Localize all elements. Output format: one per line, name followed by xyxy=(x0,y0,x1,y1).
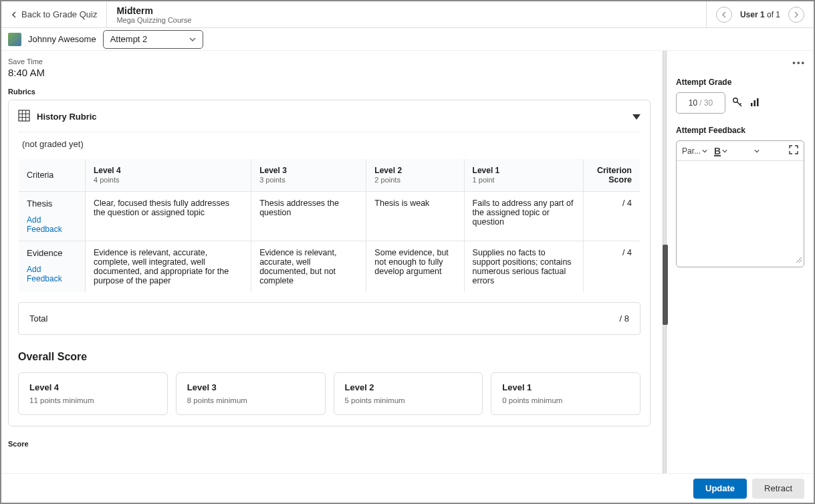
page-title-block: Midterm Mega Quizzing Course xyxy=(107,1,705,27)
criterion-name: Thesis xyxy=(27,199,77,209)
next-user-button[interactable] xyxy=(788,7,804,23)
student-avatar xyxy=(8,33,21,46)
rubric-title: History Rubric xyxy=(37,112,97,122)
resize-handle-icon[interactable] xyxy=(794,255,802,265)
chevron-left-icon xyxy=(721,11,727,18)
attempt-grade-label: Attempt Grade xyxy=(676,78,804,87)
svg-line-7 xyxy=(740,103,741,104)
main-content: Save Time 8:40 AM Rubrics History Rubric… xyxy=(1,51,663,473)
chevron-right-icon xyxy=(793,11,800,18)
header-level-3: Level 33 points xyxy=(251,159,366,192)
chevron-down-icon xyxy=(722,148,727,154)
score-section-label: Score xyxy=(8,440,651,448)
header-level-2: Level 22 points xyxy=(366,159,464,192)
user-nav: User 1 of 1 xyxy=(706,1,814,27)
overall-level-card[interactable]: Level 1 0 points minimum xyxy=(491,372,641,415)
editor-toolbar: Par... B xyxy=(677,141,804,161)
save-time-value: 8:40 AM xyxy=(8,67,651,78)
bold-button[interactable]: B xyxy=(714,146,727,156)
back-label: Back to Grade Quiz xyxy=(21,9,97,19)
side-panel: ••• Attempt Grade 10 / 30 Attempt Feedba… xyxy=(667,51,814,473)
rubric-icon xyxy=(18,110,30,124)
more-actions-button[interactable]: ••• xyxy=(792,57,806,68)
svg-rect-9 xyxy=(754,100,756,106)
course-title: Mega Quizzing Course xyxy=(116,16,696,24)
user-position-label: User 1 of 1 xyxy=(737,10,783,19)
align-left-icon xyxy=(734,144,753,158)
attempt-select[interactable]: Attempt 2 xyxy=(103,30,203,49)
rubrics-label: Rubrics xyxy=(8,88,651,96)
rubric-cell[interactable]: Thesis is weak xyxy=(366,192,464,241)
total-label: Total xyxy=(29,313,47,324)
editor-textarea[interactable] xyxy=(677,161,804,267)
header-criteria: Criteria xyxy=(19,159,86,192)
rubric-cell[interactable]: Supplies no facts to support positions; … xyxy=(464,241,583,293)
student-name: Johnny Awesome xyxy=(28,34,96,44)
quiz-title: Midterm xyxy=(116,5,696,16)
criterion-name: Evidence xyxy=(27,248,77,258)
rubric-cell[interactable]: Some evidence, but not enough to fully d… xyxy=(366,241,464,293)
overall-level-card[interactable]: Level 2 5 points minimum xyxy=(334,372,483,415)
header-level-1: Level 11 point xyxy=(464,159,583,192)
caret-down-icon xyxy=(632,114,641,120)
overall-level-card[interactable]: Level 3 8 points minimum xyxy=(176,372,326,415)
criterion-score: / 4 xyxy=(584,241,641,293)
svg-rect-8 xyxy=(751,103,753,106)
align-button[interactable] xyxy=(734,144,760,158)
back-to-grade-quiz-link[interactable]: Back to Grade Quiz xyxy=(1,1,107,27)
attempt-feedback-label: Attempt Feedback xyxy=(676,126,804,135)
criterion-score: / 4 xyxy=(584,192,641,241)
key-icon[interactable] xyxy=(732,97,743,110)
grade-outof: / 30 xyxy=(699,98,713,108)
rubric-total: Total / 8 xyxy=(18,302,641,335)
paragraph-style-select[interactable]: Par... xyxy=(682,146,707,156)
grade-value: 10 xyxy=(689,98,697,108)
rubric-table: Criteria Level 44 points Level 33 points… xyxy=(18,158,641,293)
svg-line-15 xyxy=(799,260,802,263)
add-feedback-link[interactable]: Add Feedback xyxy=(27,265,77,283)
not-graded-label: (not graded yet) xyxy=(22,139,641,149)
rubric-cell[interactable]: Evidence is relevant, accurate, well doc… xyxy=(251,241,366,293)
table-row: Thesis Add Feedback Clear, focused thesi… xyxy=(19,192,641,241)
attempt-grade-input[interactable]: 10 / 30 xyxy=(676,92,725,114)
svg-point-5 xyxy=(733,98,737,102)
update-button[interactable]: Update xyxy=(693,479,747,499)
rubric-card: History Rubric (not graded yet) Criteria… xyxy=(8,100,651,426)
attempt-select-label: Attempt 2 xyxy=(110,34,148,44)
svg-rect-0 xyxy=(19,110,29,121)
rubric-cell[interactable]: Fails to address any part of the assigne… xyxy=(464,192,583,241)
overall-level-card[interactable]: Level 4 11 points minimum xyxy=(18,372,168,415)
prev-user-button[interactable] xyxy=(716,7,732,23)
retract-button[interactable]: Retract xyxy=(752,479,804,499)
chevron-down-icon xyxy=(702,148,707,154)
chevron-down-icon xyxy=(189,36,196,43)
header-score: Criterion Score xyxy=(584,159,641,192)
fullscreen-button[interactable] xyxy=(789,145,798,156)
table-row: Evidence Add Feedback Evidence is releva… xyxy=(19,241,641,293)
stats-icon[interactable] xyxy=(749,97,760,110)
overall-score-heading: Overall Score xyxy=(18,351,641,363)
svg-line-14 xyxy=(796,257,802,263)
save-time-label: Save Time xyxy=(8,57,651,66)
chevron-left-icon xyxy=(11,11,17,18)
total-score: / 8 xyxy=(620,313,629,324)
rubric-cell[interactable]: Clear, focused thesis fully addresses th… xyxy=(86,192,251,241)
feedback-editor[interactable]: Par... B xyxy=(676,140,804,267)
chevron-down-icon xyxy=(754,148,760,154)
add-feedback-link[interactable]: Add Feedback xyxy=(27,215,77,234)
rubric-cell[interactable]: Thesis addresses the question xyxy=(251,192,366,241)
svg-rect-10 xyxy=(757,98,759,106)
rubric-toggle[interactable]: History Rubric xyxy=(18,107,641,132)
header-level-4: Level 44 points xyxy=(86,159,251,192)
rubric-cell[interactable]: Evidence is relevant, accurate, complete… xyxy=(86,241,251,293)
